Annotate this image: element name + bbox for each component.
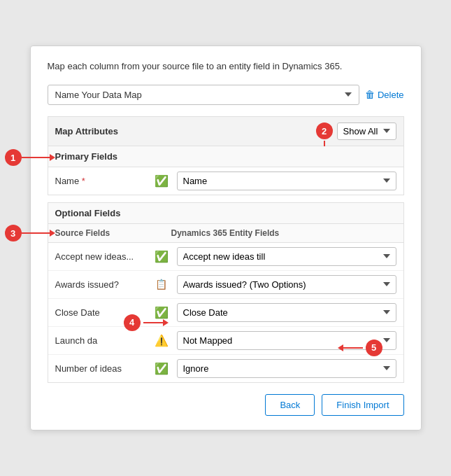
- optional-select-2[interactable]: Close Date: [177, 303, 396, 322]
- intro-text: Map each column from your source file to…: [48, 60, 404, 73]
- annotation-5-group: 5: [338, 340, 382, 356]
- annotation-2: 2: [316, 122, 333, 139]
- name-field-select[interactable]: Name: [177, 172, 396, 190]
- annotation-4-arrow: [143, 319, 169, 326]
- annotation-1-arrow: [22, 154, 55, 161]
- annotation-4-group: 4: [124, 314, 169, 331]
- primary-fields-section: Primary Fields Name * ✅ Name: [48, 146, 404, 195]
- check-icon: ✅: [155, 174, 169, 188]
- dialog-footer: Back Finish Import: [48, 394, 404, 416]
- optional-source-3: Launch da: [55, 335, 146, 346]
- optional-field-row-1: Awards issued? 📋 Awards issued? (Two Opt…: [48, 271, 403, 299]
- annotation-4: 4: [124, 314, 141, 331]
- check-icon-0: ✅: [155, 250, 169, 263]
- data-map-select[interactable]: Name Your Data Map: [48, 85, 359, 105]
- doc-icon-1: 📋: [155, 279, 167, 290]
- optional-field-row-4: Number of ideas ✅ 5: [48, 355, 403, 382]
- optional-select-0[interactable]: Accept new ideas till: [177, 247, 396, 266]
- back-button[interactable]: Back: [265, 394, 315, 416]
- import-dialog: Map each column from your source file to…: [30, 46, 422, 430]
- show-all-select[interactable]: Show All: [337, 122, 396, 140]
- optional-fields-label: Optional Fields: [55, 208, 121, 218]
- delete-button[interactable]: 🗑 Delete: [365, 89, 404, 100]
- optional-field-row-0: Accept new ideas... ✅ Accept new ideas t…: [48, 243, 403, 271]
- annotation-5: 5: [366, 340, 382, 356]
- primary-fields-label: Primary Fields: [55, 151, 118, 162]
- optional-source-1: Awards issued?: [55, 279, 146, 290]
- delete-icon: 🗑: [365, 89, 375, 100]
- required-star: *: [82, 176, 85, 186]
- data-map-row: Name Your Data Map 🗑 Delete: [48, 85, 404, 105]
- annotation-3: 3: [5, 225, 22, 241]
- optional-field-row-2: Close Date ✅ Close Date: [48, 299, 403, 327]
- name-field-icon: ✅: [152, 174, 171, 188]
- optional-source-0: Accept new ideas...: [55, 251, 146, 262]
- annotation-3-arrow: [22, 230, 55, 237]
- warning-icon-3: ⚠️: [155, 334, 169, 347]
- name-field-label: Name *: [55, 176, 146, 186]
- check-icon-4: ✅: [155, 362, 169, 375]
- optional-icon-3: 4 ⚠️: [152, 334, 171, 347]
- name-field-row: Name * ✅ Name: [48, 167, 403, 195]
- map-attributes-label: Map Attributes: [55, 126, 119, 136]
- finish-import-button[interactable]: Finish Import: [322, 394, 403, 416]
- optional-fields-section: Optional Fields Source Fields Dynamics 3…: [48, 202, 404, 383]
- optional-source-4: Number of ideas: [55, 363, 146, 374]
- optional-icon-1: 📋: [152, 279, 171, 290]
- annotation-5-arrow: [338, 344, 363, 351]
- optional-select-4[interactable]: Ignore: [177, 359, 396, 378]
- optional-select-4-container: 5 Ignore: [177, 359, 396, 378]
- optional-fields-label-row: Optional Fields: [48, 203, 403, 224]
- optional-icon-0: ✅: [152, 250, 171, 263]
- source-fields-col-header: Source Fields: [55, 228, 146, 238]
- optional-col-headers: Source Fields Dynamics 365 Entity Fields: [48, 224, 403, 243]
- dynamics-col-header: Dynamics 365 Entity Fields: [171, 228, 396, 238]
- optional-select-1[interactable]: Awards issued? (Two Options): [177, 275, 396, 294]
- optional-icon-4: ✅: [152, 362, 171, 375]
- show-all-container: 2 Show All: [316, 122, 396, 140]
- annotation-1: 1: [5, 149, 22, 166]
- map-attributes-header: Map Attributes 2 Show All: [48, 116, 404, 146]
- primary-fields-label-row: Primary Fields: [48, 146, 403, 167]
